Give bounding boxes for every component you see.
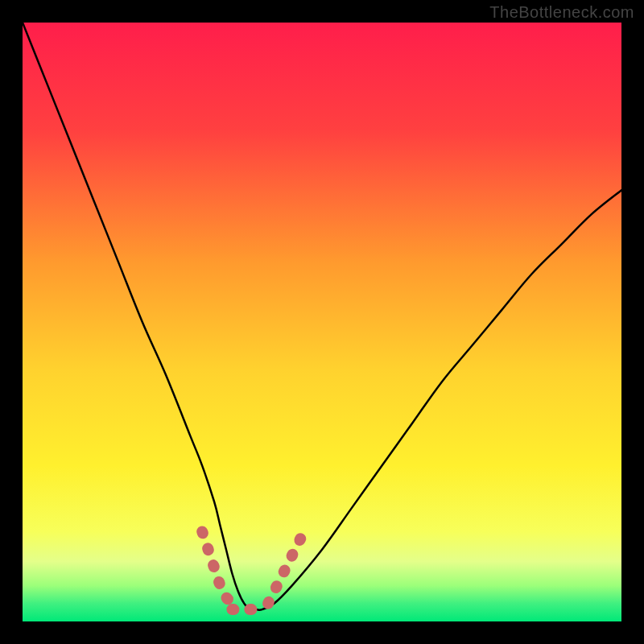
- plot-area: [23, 23, 621, 621]
- chart-svg: [23, 23, 621, 621]
- gradient-background: [23, 23, 621, 621]
- chart-stage: TheBottleneck.com: [0, 0, 644, 644]
- watermark-text: TheBottleneck.com: [489, 3, 634, 22]
